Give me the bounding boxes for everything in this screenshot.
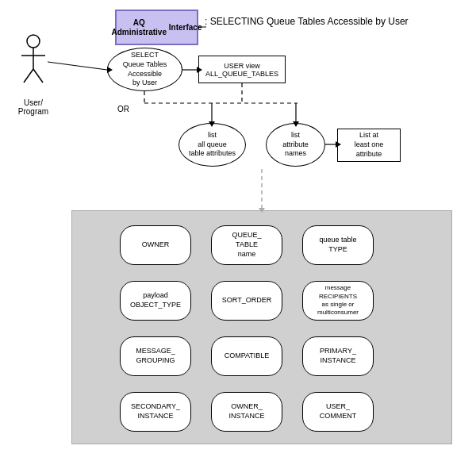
aq-admin-box: AQ Administrative Interface [115, 10, 198, 45]
list-all-oval: listall queuetable attributes [178, 123, 246, 167]
owner-instance-node: OWNER_INSTANCE [211, 392, 282, 432]
message-grouping-node: MESSAGE_GROUPING [120, 336, 191, 376]
selecting-label: : SELECTING Queue Tables Accessible by U… [205, 16, 409, 27]
user-figure: User/Program [17, 33, 49, 116]
or-label: OR [117, 105, 129, 113]
svg-line-3 [24, 69, 33, 83]
aq-box-label-line2: Interface [169, 23, 202, 33]
aq-box-label-line1: AQ Administrative [112, 18, 167, 37]
diagram: AQ Administrative Interface : SELECTING … [0, 0, 476, 461]
select-oval: SELECTQueue TablesAccessibleby User [107, 48, 182, 91]
svg-point-0 [27, 35, 40, 48]
list-at-least-box: List atleast oneattribute [337, 129, 401, 162]
payload-object-type-node: payloadOBJECT_TYPE [120, 281, 191, 321]
primary-instance-node: PRIMARY_INSTANCE [302, 336, 374, 376]
stick-figure-svg [17, 33, 49, 105]
owner-node: OWNER [120, 225, 191, 265]
svg-line-4 [33, 69, 43, 83]
message-recipients-node: messageRECIPIENTSas single ormulticonsum… [302, 281, 374, 321]
queue-table-node: QUEUE_TABLEname [211, 225, 282, 265]
gray-area: OWNER QUEUE_TABLEname queue tableTYPE pa… [71, 210, 452, 444]
secondary-instance-node: SECONDARY_INSTANCE [120, 392, 191, 432]
sort-order-node: SORT_ORDER [211, 281, 282, 321]
user-comment-node: USER_COMMENT [302, 392, 374, 432]
queue-table-type-node: queue tableTYPE [302, 225, 374, 265]
svg-line-5 [48, 62, 107, 70]
compatible-node: COMPATIBLE [211, 336, 282, 376]
user-view-box: USER viewALL_QUEUE_TABLES [198, 56, 286, 83]
list-attr-oval: listattributenames [266, 123, 325, 167]
